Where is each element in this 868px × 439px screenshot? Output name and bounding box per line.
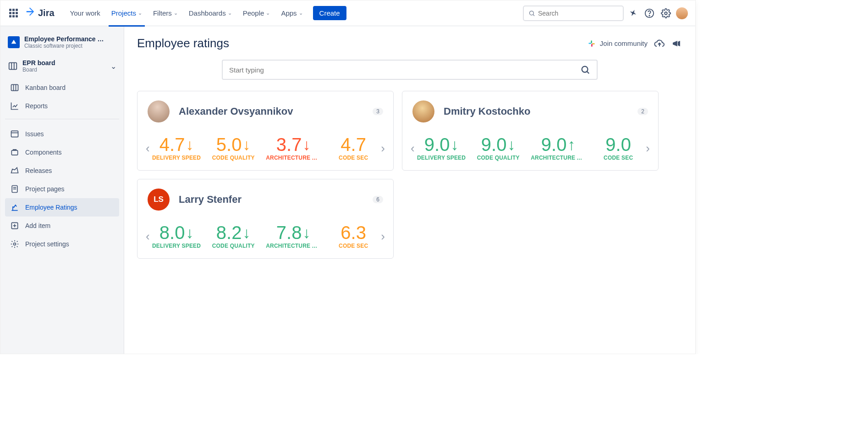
sidebar-item-label: Project pages [25, 185, 65, 193]
create-button[interactable]: Create [313, 6, 346, 20]
svg-rect-23 [592, 43, 595, 44]
chevron-down-icon: ⌄ [110, 62, 116, 71]
metric-value: 6.3 [341, 223, 366, 242]
join-community-label: Join community [600, 39, 648, 47]
metric-label: DELIVERY SPEED [152, 243, 201, 249]
metrics-row: 9.0↓DELIVERY SPEED9.0↓CODE QUALITY9.0↑AR… [412, 135, 648, 161]
sidebar-item-employee-ratings[interactable]: Employee Ratings [5, 198, 119, 217]
employee-card[interactable]: LSLarry Stenfer6‹8.0↓DELIVERY SPEED8.2↓C… [137, 179, 394, 259]
sidebar-item-project-settings[interactable]: Project settings [5, 235, 119, 253]
metric-value: 9.0↓ [424, 135, 459, 154]
sidebar-item-label: Employee Ratings [25, 204, 77, 211]
notifications-icon[interactable] [626, 6, 640, 21]
svg-rect-11 [11, 131, 18, 137]
rating-count-badge: 2 [637, 108, 648, 115]
metric-value: 7.8↓ [276, 223, 311, 242]
chevron-down-icon: ⌄ [138, 10, 142, 16]
app-switcher-icon[interactable] [8, 8, 19, 19]
cloud-upload-icon[interactable] [654, 38, 665, 49]
metric-label: DELIVERY SPEED [152, 155, 201, 161]
employee-avatar [148, 100, 170, 122]
metric-label: ARCHITECTURE A… [531, 155, 586, 161]
trend-arrow-icon: ↓ [186, 137, 193, 152]
nav-filters[interactable]: Filters⌄ [148, 6, 182, 21]
board-icon [8, 61, 18, 71]
employee-name: Larry Stenfer [179, 194, 242, 206]
metric-value: 4.7 [341, 135, 366, 154]
employee-card[interactable]: Alexander Ovsyannikov3‹4.7↓DELIVERY SPEE… [137, 91, 394, 171]
nav-projects[interactable]: Projects⌄ [107, 6, 147, 21]
chevron-down-icon: ⌄ [228, 10, 232, 16]
project-header[interactable]: Employee Performance … Classic software … [5, 33, 119, 56]
employee-avatar [412, 100, 434, 122]
sidebar-item-reports[interactable]: Reports [5, 97, 119, 115]
scroll-left-icon[interactable]: ‹ [146, 229, 150, 244]
metric: 3.7↓ARCHITECTURE A… [261, 135, 325, 161]
search-icon [580, 65, 590, 75]
scroll-right-icon[interactable]: › [646, 141, 650, 156]
nav-dashboards[interactable]: Dashboards⌄ [184, 6, 236, 21]
metric: 9.0↓CODE QUALITY [470, 135, 526, 161]
board-selector[interactable]: EPR board Board ⌄ [5, 56, 119, 77]
sidebar-item-icon [10, 101, 20, 111]
metric-value: 9.0↓ [481, 135, 516, 154]
jira-logo[interactable]: Jira [25, 7, 55, 19]
employee-card[interactable]: Dmitry Kostochko2‹9.0↓DELIVERY SPEED9.0↓… [402, 91, 659, 171]
board-sub: Board [22, 67, 55, 73]
sidebar-item-label: Reports [25, 102, 48, 110]
scroll-left-icon[interactable]: ‹ [411, 141, 415, 156]
svg-line-1 [533, 14, 534, 16]
project-name: Employee Performance … [24, 35, 104, 43]
filter-input[interactable] [229, 66, 580, 74]
filter-search[interactable] [222, 60, 598, 80]
sidebar-item-icon [10, 83, 20, 93]
svg-rect-24 [591, 44, 593, 46]
join-community-button[interactable]: Join community [587, 39, 648, 48]
metric: 4.7↓DELIVERY SPEED [148, 135, 205, 161]
trend-arrow-icon: ↓ [302, 137, 310, 152]
search-icon [528, 10, 535, 17]
chevron-down-icon: ⌄ [299, 10, 303, 16]
sidebar-item-label: Project settings [25, 240, 69, 248]
nav-apps[interactable]: Apps⌄ [276, 6, 307, 21]
sidebar-item-project-pages[interactable]: Project pages [5, 180, 119, 198]
sidebar-item-label: Components [25, 149, 61, 156]
metric: 5.0↓CODE QUALITY [205, 135, 261, 161]
metric-value: 3.7↓ [276, 135, 311, 154]
metric: 8.2↓CODE QUALITY [205, 223, 261, 249]
trend-arrow-icon: ↓ [242, 225, 250, 240]
sidebar-item-releases[interactable]: Releases [5, 161, 119, 180]
project-icon [8, 36, 20, 48]
metric-label: CODE QUALITY [212, 155, 255, 161]
settings-icon[interactable] [659, 6, 673, 21]
board-name: EPR board [22, 59, 55, 67]
search-input[interactable] [538, 10, 618, 17]
sidebar-item-icon [10, 129, 20, 139]
profile-avatar[interactable] [676, 7, 688, 19]
trend-arrow-icon: ↓ [507, 137, 515, 152]
metric: 9.0↓DELIVERY SPEED [412, 135, 470, 161]
scroll-left-icon[interactable]: ‹ [146, 141, 150, 156]
svg-point-0 [530, 11, 534, 15]
help-icon[interactable] [642, 6, 657, 21]
sidebar-item-kanban-board[interactable]: Kanban board [5, 78, 119, 97]
trend-arrow-icon: ↑ [567, 137, 575, 152]
svg-rect-13 [11, 150, 17, 155]
sidebar-item-issues[interactable]: Issues [5, 125, 119, 143]
search-box[interactable] [523, 6, 624, 21]
top-nav: Jira Your workProjects⌄Filters⌄Dashboard… [0, 0, 695, 26]
sidebar-item-label: Add item [25, 222, 50, 229]
employee-avatar: LS [148, 189, 170, 211]
sidebar-item-add-item[interactable]: Add item [5, 217, 119, 235]
nav-people[interactable]: People⌄ [238, 6, 275, 21]
scroll-right-icon[interactable]: › [381, 141, 385, 156]
trend-arrow-icon: ↓ [242, 137, 250, 152]
megaphone-icon[interactable] [671, 38, 682, 49]
scroll-right-icon[interactable]: › [381, 229, 385, 244]
metric: 8.0↓DELIVERY SPEED [148, 223, 205, 249]
sidebar-item-components[interactable]: Components [5, 143, 119, 161]
metrics-row: 8.0↓DELIVERY SPEED8.2↓CODE QUALITY7.8↓AR… [148, 223, 383, 249]
nav-your-work[interactable]: Your work [66, 6, 105, 21]
metric: 9.0CODE SEC [590, 135, 646, 161]
sidebar-item-icon [10, 166, 20, 176]
